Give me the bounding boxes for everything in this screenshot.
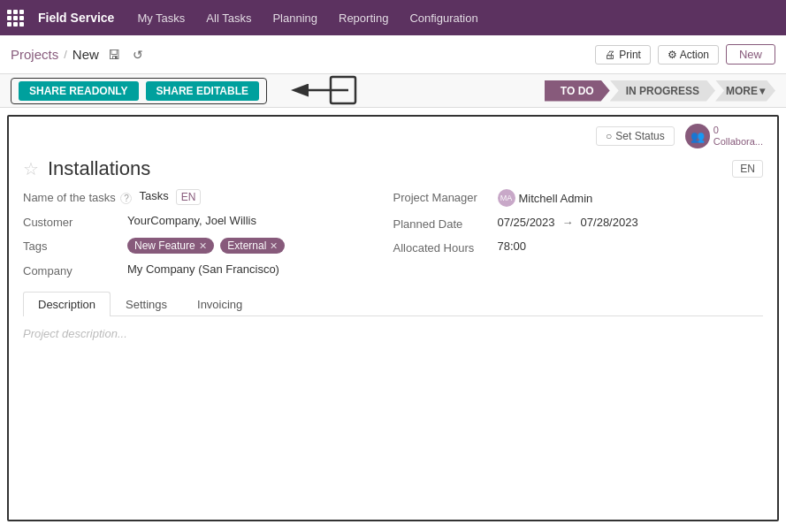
action-button[interactable]: ⚙ Action [658, 45, 719, 65]
project-title: Installations [48, 157, 150, 180]
share-readonly-button[interactable]: SHARE READONLY [19, 81, 139, 101]
print-button[interactable]: 🖨 Print [595, 45, 651, 65]
undo-icon[interactable]: ↺ [129, 46, 147, 64]
remove-new-feature-tag-icon[interactable]: ✕ [199, 240, 207, 252]
share-buttons-group: SHARE READONLY SHARE EDITABLE [11, 78, 267, 104]
form-tabs-bar: Description Settings Invoicing [23, 292, 763, 316]
main-content-area: ○ Set Status 👥 0 Collabora... ☆ Installa… [7, 115, 779, 521]
nav-all-tasks[interactable]: All Tasks [197, 8, 260, 28]
status-pipeline: TO DO IN PROGRESS MORE ▾ [545, 80, 775, 102]
allocated-hours-value[interactable]: 78:00 [498, 239, 527, 253]
company-row: Company My Company (San Francisco) [23, 262, 393, 277]
form-left-column: Name of the tasks ? Tasks EN Customer Yo… [23, 189, 393, 277]
circle-icon: ○ [606, 130, 612, 142]
set-status-button[interactable]: ○ Set Status [596, 126, 675, 146]
remove-external-tag-icon[interactable]: ✕ [270, 240, 278, 252]
action-bar-right: 🖨 Print ⚙ Action New [595, 44, 775, 65]
nav-my-tasks[interactable]: My Tasks [128, 8, 194, 28]
breadcrumb-separator: / [64, 48, 67, 61]
nav-planning[interactable]: Planning [263, 8, 326, 28]
app-brand[interactable]: Field Service [38, 11, 114, 25]
nav-configuration[interactable]: Configuration [401, 8, 486, 28]
apps-menu-icon[interactable] [7, 10, 24, 27]
planned-date-label: Planned Date [393, 216, 491, 231]
favorite-star-icon[interactable]: ☆ [23, 158, 39, 179]
cloud-save-icon[interactable]: 🖫 [104, 46, 124, 64]
tags-row: Tags New Feature ✕ External ✕ [23, 238, 393, 254]
planned-date-row: Planned Date 07/25/2023 → 07/28/2023 [393, 216, 764, 231]
action-bar: Projects / New 🖫 ↺ 🖨 Print ⚙ Action New [0, 35, 786, 74]
pipeline-todo[interactable]: TO DO [545, 80, 610, 102]
form-right-column: Project Manager MA Mitchell Admin Planne… [393, 189, 764, 277]
company-value[interactable]: My Company (San Francisco) [127, 262, 279, 276]
planned-date-start[interactable]: 07/25/2023 [498, 216, 555, 229]
pipeline-more[interactable]: MORE ▾ [715, 80, 775, 102]
name-of-tasks-value[interactable]: Tasks [139, 189, 168, 202]
arrow-annotation [278, 75, 357, 106]
breadcrumb-parent[interactable]: Projects [11, 47, 58, 62]
title-lang-badge[interactable]: EN [732, 160, 763, 178]
collaborators-icon: 👥 [685, 124, 710, 148]
tag-new-feature[interactable]: New Feature ✕ [127, 238, 214, 254]
breadcrumb-current: New [72, 47, 99, 62]
tab-invoicing[interactable]: Invoicing [182, 292, 257, 316]
tags-label: Tags [23, 238, 120, 253]
project-title-row: ☆ Installations EN [9, 148, 777, 186]
project-manager-row: Project Manager MA Mitchell Admin [393, 189, 764, 207]
nav-menu: My Tasks All Tasks Planning Reporting Co… [128, 8, 486, 28]
nav-reporting[interactable]: Reporting [330, 8, 397, 28]
tags-container: New Feature ✕ External ✕ [127, 238, 288, 254]
date-range-container: 07/25/2023 → 07/28/2023 [498, 216, 638, 229]
project-manager-avatar: MA [498, 189, 515, 207]
customer-label: Customer [23, 214, 120, 229]
planned-date-end[interactable]: 07/28/2023 [581, 216, 638, 229]
customer-row: Customer YourCompany, Joel Willis [23, 214, 393, 229]
project-manager-value[interactable]: Mitchell Admin [519, 192, 593, 205]
collaborators-widget[interactable]: 👥 0 Collabora... [685, 124, 763, 148]
share-bar: SHARE READONLY SHARE EDITABLE TO DO IN P… [0, 74, 786, 108]
date-range-arrow-icon: → [562, 216, 574, 229]
name-of-tasks-label: Name of the tasks ? [23, 189, 132, 204]
form-grid: Name of the tasks ? Tasks EN Customer Yo… [9, 186, 777, 281]
name-of-tasks-en-badge[interactable]: EN [176, 189, 202, 205]
collaborators-count: 0 [714, 125, 763, 136]
form-top-bar: ○ Set Status 👥 0 Collabora... [9, 117, 777, 148]
name-of-tasks-hint[interactable]: ? [120, 193, 132, 204]
allocated-hours-row: Allocated Hours 78:00 [393, 239, 764, 255]
pipeline-in-progress[interactable]: IN PROGRESS [610, 80, 715, 102]
new-button[interactable]: New [726, 44, 775, 65]
description-area[interactable]: Project description... [9, 316, 777, 351]
top-navigation: Field Service My Tasks All Tasks Plannin… [0, 0, 786, 35]
name-of-tasks-row: Name of the tasks ? Tasks EN [23, 189, 393, 205]
share-editable-button[interactable]: SHARE EDITABLE [146, 81, 259, 101]
customer-value[interactable]: YourCompany, Joel Willis [127, 214, 256, 227]
tab-settings[interactable]: Settings [111, 292, 182, 316]
tag-external[interactable]: External ✕ [220, 238, 285, 254]
allocated-hours-label: Allocated Hours [393, 239, 491, 255]
collaborators-label: Collabora... [714, 136, 763, 148]
company-label: Company [23, 262, 120, 277]
tab-description[interactable]: Description [23, 292, 111, 316]
project-manager-label: Project Manager [393, 189, 491, 204]
breadcrumb: Projects / New 🖫 ↺ [11, 46, 147, 64]
project-manager-value-container: MA Mitchell Admin [498, 189, 593, 207]
description-placeholder: Project description... [23, 327, 127, 340]
